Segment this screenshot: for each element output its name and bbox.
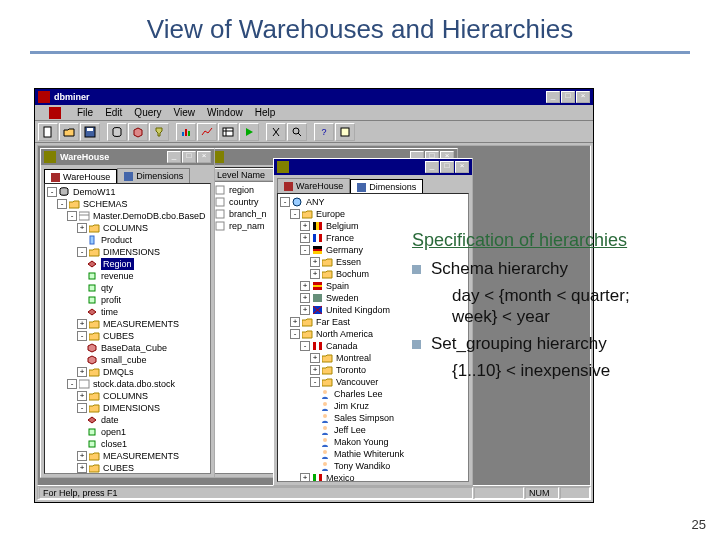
- collapse-icon[interactable]: -: [57, 199, 67, 209]
- tool-open[interactable]: [59, 123, 79, 141]
- tree-node[interactable]: profit: [47, 294, 208, 306]
- tree-node[interactable]: BaseData_Cube: [47, 342, 208, 354]
- expand-icon[interactable]: +: [290, 317, 300, 327]
- collapse-icon[interactable]: -: [77, 331, 87, 341]
- tool-about[interactable]: [335, 123, 355, 141]
- expand-icon[interactable]: +: [77, 319, 87, 329]
- minimize-button[interactable]: _: [425, 161, 439, 173]
- tree-node[interactable]: Tony Wandiko: [280, 460, 466, 472]
- menu-edit[interactable]: Edit: [105, 107, 122, 118]
- expand-icon[interactable]: +: [300, 305, 310, 315]
- tool-run[interactable]: [239, 123, 259, 141]
- collapse-icon[interactable]: -: [300, 245, 310, 255]
- menu-window[interactable]: Window: [207, 107, 243, 118]
- expand-icon[interactable]: +: [310, 365, 320, 375]
- tree-node[interactable]: -CUBES: [47, 330, 208, 342]
- tree-node[interactable]: +Mexico: [280, 472, 466, 482]
- tool-cube[interactable]: [128, 123, 148, 141]
- tree-node[interactable]: Jim Kruz: [280, 400, 466, 412]
- collapse-icon[interactable]: -: [77, 247, 87, 257]
- maximize-button[interactable]: □: [561, 91, 575, 103]
- tab-warehouse[interactable]: WareHouse: [44, 169, 117, 184]
- tree-node[interactable]: +COLUMNS: [47, 390, 208, 402]
- tab-warehouse[interactable]: WareHouse: [277, 178, 350, 193]
- tree-node[interactable]: close1: [47, 438, 208, 450]
- tree-node[interactable]: -Master.DemoDB.cbo.BaseD: [47, 210, 208, 222]
- tool-save[interactable]: [80, 123, 100, 141]
- collapse-icon[interactable]: -: [77, 403, 87, 413]
- collapse-icon[interactable]: -: [300, 341, 310, 351]
- collapse-icon[interactable]: -: [67, 379, 77, 389]
- tree-node[interactable]: -stock.data.dbo.stock: [47, 378, 208, 390]
- tree-node[interactable]: -Europe: [280, 208, 466, 220]
- tool-table[interactable]: [218, 123, 238, 141]
- expand-icon[interactable]: +: [77, 391, 87, 401]
- minimize-button[interactable]: _: [167, 151, 181, 163]
- tool-new[interactable]: [38, 123, 58, 141]
- tool-find[interactable]: [287, 123, 307, 141]
- tree-node[interactable]: -ANY: [280, 196, 466, 208]
- tree-node[interactable]: +CUBES: [47, 462, 208, 474]
- tree-node[interactable]: Jeff Lee: [280, 424, 466, 436]
- tree-node[interactable]: qty: [47, 282, 208, 294]
- app-titlebar[interactable]: dbminer _ □ ×: [35, 89, 593, 105]
- menu-help[interactable]: Help: [255, 107, 276, 118]
- collapse-icon[interactable]: -: [290, 209, 300, 219]
- tree-node[interactable]: Makon Young: [280, 436, 466, 448]
- tree-node[interactable]: +COLUMNS: [47, 222, 208, 234]
- menu-file[interactable]: File: [77, 107, 93, 118]
- collapse-icon[interactable]: -: [47, 187, 57, 197]
- tool-chart1[interactable]: [176, 123, 196, 141]
- tree-node[interactable]: Charles Lee: [280, 388, 466, 400]
- tree-node[interactable]: -SCHEMAS: [47, 198, 208, 210]
- maximize-button[interactable]: □: [440, 161, 454, 173]
- expand-icon[interactable]: +: [300, 473, 310, 482]
- collapse-icon[interactable]: -: [280, 197, 290, 207]
- tree-node[interactable]: +MEASUREMENTS: [47, 318, 208, 330]
- tab-dimensions[interactable]: Dimensions: [117, 168, 190, 183]
- tool-cut[interactable]: [266, 123, 286, 141]
- expand-icon[interactable]: +: [310, 353, 320, 363]
- expand-icon[interactable]: +: [77, 223, 87, 233]
- tool-db[interactable]: [107, 123, 127, 141]
- expand-icon[interactable]: +: [77, 367, 87, 377]
- warehouse-window[interactable]: WareHouse _ □ × WareHouse Dimensions -De…: [40, 148, 215, 478]
- tree-node[interactable]: revenue: [47, 270, 208, 282]
- collapse-icon[interactable]: -: [67, 211, 77, 221]
- maximize-button[interactable]: □: [182, 151, 196, 163]
- tree-node-selected[interactable]: Region: [47, 258, 208, 270]
- tool-help[interactable]: ?: [314, 123, 334, 141]
- tree-node[interactable]: time: [47, 306, 208, 318]
- tool-chart2[interactable]: [197, 123, 217, 141]
- expand-icon[interactable]: +: [77, 463, 87, 473]
- minimize-button[interactable]: _: [546, 91, 560, 103]
- tree-node[interactable]: Sales Simpson: [280, 412, 466, 424]
- warehouse-titlebar[interactable]: WareHouse _ □ ×: [41, 149, 214, 165]
- expand-icon[interactable]: +: [310, 257, 320, 267]
- tool-drill[interactable]: [149, 123, 169, 141]
- menu-view[interactable]: View: [174, 107, 196, 118]
- menu-query[interactable]: Query: [134, 107, 161, 118]
- tree-node[interactable]: -DemoW11: [47, 186, 208, 198]
- collapse-icon[interactable]: -: [290, 329, 300, 339]
- app-menu-icon[interactable]: [49, 107, 61, 119]
- tab-dimensions[interactable]: Dimensions: [350, 179, 423, 194]
- tree-node[interactable]: Mathie Whiterunk: [280, 448, 466, 460]
- tree-node[interactable]: open1: [47, 426, 208, 438]
- tree-node[interactable]: Product: [47, 234, 208, 246]
- dimensions-titlebar[interactable]: _ □ ×: [274, 159, 472, 175]
- expand-icon[interactable]: +: [300, 293, 310, 303]
- tree-node[interactable]: +DMQLs: [47, 366, 208, 378]
- tree-node[interactable]: date: [47, 414, 208, 426]
- expand-icon[interactable]: +: [300, 221, 310, 231]
- close-button[interactable]: ×: [455, 161, 469, 173]
- tree-node[interactable]: small_cube: [47, 354, 208, 366]
- tree-node[interactable]: +MEASUREMENTS: [47, 450, 208, 462]
- close-button[interactable]: ×: [197, 151, 211, 163]
- close-button[interactable]: ×: [576, 91, 590, 103]
- expand-icon[interactable]: +: [300, 281, 310, 291]
- warehouse-tree-pane[interactable]: -DemoW11 -SCHEMAS -Master.DemoDB.cbo.Bas…: [44, 183, 211, 474]
- tree-node[interactable]: -DIMENSIONS: [47, 246, 208, 258]
- tree-node[interactable]: -DIMENSIONS: [47, 402, 208, 414]
- expand-icon[interactable]: +: [300, 233, 310, 243]
